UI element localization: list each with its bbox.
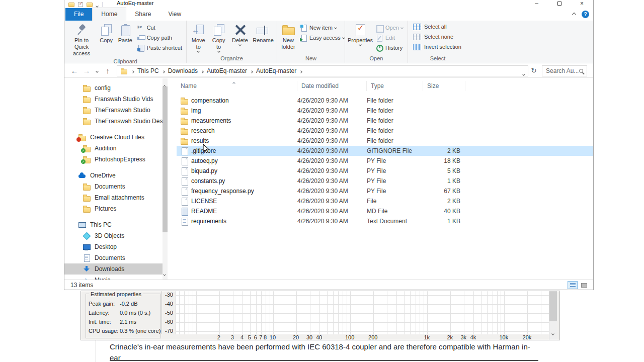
file-row-frequency-response-py[interactable]: frequency_response.py4/26/2020 9:30 AMPY… [177, 186, 593, 196]
file-row-biquad-py[interactable]: biquad.py4/26/2020 9:30 AMPY File5 KB [177, 166, 593, 176]
sidebar-item-downloads[interactable]: Downloads [64, 263, 163, 275]
breadcrumb-item-autoeq-master[interactable]: AutoEq-master [206, 67, 248, 74]
invert-selection-button[interactable]: Invert selection [410, 42, 463, 52]
column-header-type[interactable]: Type [367, 81, 423, 91]
file-row-compensation[interactable]: compensation4/26/2020 9:30 AMFile folder [177, 96, 593, 106]
properties-check-icon[interactable] [78, 2, 83, 7]
move-to-button[interactable]: Move to [189, 22, 208, 53]
history-icon [375, 44, 383, 52]
folder-icon[interactable] [68, 3, 74, 7]
property-value: 0.0 ms (0 s.) [120, 310, 150, 316]
rename-button[interactable]: Rename [252, 22, 275, 45]
sidebar-scrollbar[interactable] [163, 78, 168, 280]
sidebar-item-desktop[interactable]: Desktop [64, 241, 163, 252]
file-name: autoeq.py [191, 157, 218, 164]
chart-scroll-down-icon[interactable] [551, 332, 554, 335]
copy-to-button[interactable]: Copy to [209, 22, 228, 53]
copy-button[interactable]: Copy [97, 22, 116, 45]
sidebar-item-email-attachments[interactable]: Email attachments [64, 192, 163, 203]
column-header-name[interactable]: Name [177, 81, 297, 91]
scrollbar-thumb[interactable] [163, 86, 168, 232]
paste-shortcut-button[interactable]: Paste shortcut [135, 43, 184, 53]
back-button[interactable]: ← [68, 66, 80, 75]
chart-scrollbar[interactable] [549, 291, 557, 340]
help-icon[interactable]: ? [582, 11, 589, 18]
minimize-button[interactable]: – [525, 0, 548, 7]
maximize-button[interactable] [548, 0, 571, 7]
collapse-ribbon-icon[interactable] [572, 12, 576, 16]
chart-scrollbar-thumb[interactable] [549, 291, 557, 321]
tab-view[interactable]: View [159, 8, 190, 21]
file-rows: compensation4/26/2020 9:30 AMFile folder… [177, 96, 593, 226]
search-box[interactable]: Search Au... [542, 65, 587, 76]
sidebar-item-this-pc[interactable]: This PC [64, 219, 163, 230]
y-tick-label: -60 [165, 319, 173, 325]
grid-line-vertical [404, 291, 405, 334]
address-dropdown-icon[interactable] [522, 73, 525, 76]
sidebar-item-pictures[interactable]: Pictures [64, 203, 163, 214]
column-header-size[interactable]: Size [423, 81, 465, 91]
cut-button[interactable]: Cut [135, 23, 184, 33]
breadcrumb-item-this-pc[interactable]: This PC [136, 67, 160, 74]
easy-access-button[interactable]: Easy access [297, 33, 347, 43]
tab-file[interactable]: File [65, 8, 92, 21]
file-row-requirements[interactable]: requirements4/26/2020 9:30 AMText Docume… [177, 216, 593, 226]
new-folder-icon[interactable] [87, 3, 93, 7]
file-row-measurements[interactable]: measurements4/26/2020 9:30 AMFile folder [177, 116, 593, 126]
breadcrumb-item-downloads[interactable]: Downloads [167, 67, 199, 74]
forward-button[interactable]: → [80, 66, 93, 75]
scroll-down-icon[interactable] [163, 273, 166, 276]
delete-button[interactable]: Delete [229, 22, 251, 47]
file-row-license[interactable]: LICENSE4/26/2020 9:30 AMFile2 KB [177, 196, 593, 206]
refresh-icon[interactable]: ↻ [528, 67, 539, 74]
breadcrumb-item-autoeq-master[interactable]: AutoEq-master [255, 67, 297, 74]
sidebar-item-documents[interactable]: Documents [64, 252, 163, 263]
up-button[interactable]: ↑ [102, 66, 114, 75]
recent-locations-icon[interactable] [93, 68, 102, 73]
file-date: 4/26/2020 9:30 AM [297, 208, 367, 215]
tab-home[interactable]: Home [92, 8, 126, 21]
file-row-research[interactable]: research4/26/2020 9:30 AMFile folder [177, 126, 593, 136]
address-box[interactable]: This PCDownloadsAutoEq-masterAutoEq-mast… [117, 65, 528, 76]
properties-button[interactable]: Properties [347, 22, 373, 47]
history-button[interactable]: History [373, 43, 405, 53]
dropdown-chevron-icon [197, 50, 200, 53]
sidebar-item-thefranswah-studio[interactable]: TheFranswah Studio [64, 105, 163, 116]
file-name-cell: requirements [177, 217, 297, 225]
sidebar-item-label: This PC [90, 221, 112, 228]
grid-line-vertical [350, 291, 351, 334]
sidebar-item-photoshopexpress[interactable]: ✓PhotoshopExpress [64, 154, 163, 165]
close-button[interactable]: × [571, 0, 593, 7]
sidebar-item-3d-objects[interactable]: 3D Objects [64, 230, 163, 241]
sidebar-item-franswah-studio-vids[interactable]: Franswah Studio Vids [64, 94, 163, 105]
sidebar-item-label: 3D Objects [95, 232, 124, 239]
qat-dropdown-icon[interactable] [96, 5, 99, 8]
edit-button[interactable]: Edit [373, 33, 405, 43]
pin-to-quick-access-button[interactable]: Pin to Quick access [66, 22, 97, 58]
file-row-gitignore[interactable]: .gitignore4/26/2020 9:30 AMGITIGNORE Fil… [177, 146, 593, 156]
paste-button[interactable]: Paste [116, 22, 135, 45]
file-row-constants-py[interactable]: constants.py4/26/2020 9:30 AMPY File1 KB [177, 176, 593, 186]
tab-share[interactable]: Share [126, 8, 159, 21]
sidebar-item-music[interactable]: Music [64, 275, 163, 280]
new-folder-button[interactable]: New folder [279, 22, 297, 51]
sidebar-item-config[interactable]: config [64, 82, 163, 94]
sidebar-item-audition[interactable]: ✓Audition [64, 143, 163, 154]
copy-path-button[interactable]: Copy path [135, 33, 184, 43]
sidebar-item-documents[interactable]: Documents [64, 181, 163, 192]
file-row-autoeq-py[interactable]: autoeq.py4/26/2020 9:30 AMPY File18 KB [177, 156, 593, 166]
file-row-results[interactable]: results4/26/2020 9:30 AMFile folder [177, 136, 593, 146]
column-header-date-modified[interactable]: Date modified [297, 81, 367, 91]
file-size: 40 KB [423, 208, 465, 215]
select-none-button[interactable]: Select none [410, 32, 455, 42]
sidebar-item-thefranswah-studio-design[interactable]: TheFranswah Studio Design [64, 116, 163, 127]
select-all-button[interactable]: Select all [410, 22, 449, 32]
file-row-img[interactable]: img4/26/2020 9:30 AMFile folder [177, 106, 593, 116]
sidebar-item-onedrive[interactable]: OneDrive [64, 170, 163, 181]
thumbnail-view-button[interactable] [579, 281, 589, 289]
open-button[interactable]: Open [373, 23, 405, 33]
details-view-button[interactable] [568, 281, 578, 289]
new-item-button[interactable]: New item [297, 23, 347, 33]
sidebar-item-creative-cloud-files[interactable]: Creative Cloud Files [64, 132, 163, 143]
file-row-readme[interactable]: README4/26/2020 9:30 AMMD File40 KB [177, 206, 593, 216]
